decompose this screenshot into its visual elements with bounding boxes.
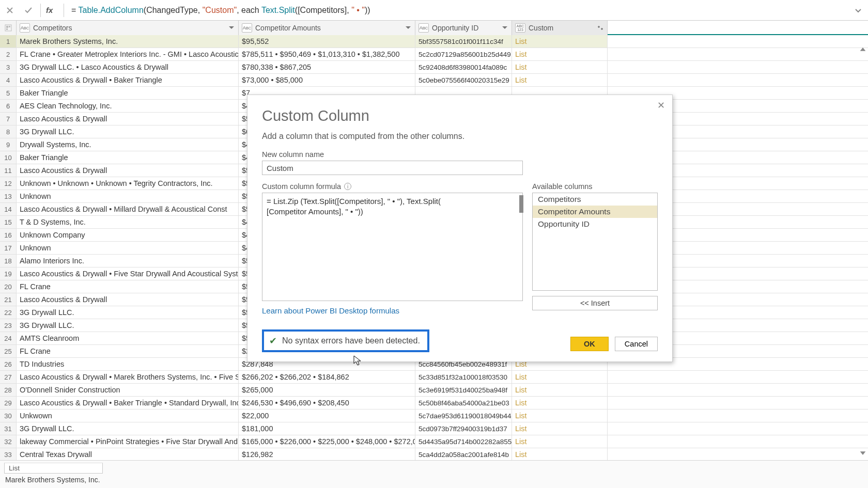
select-all-corner[interactable] — [0, 21, 17, 35]
row-number[interactable]: 28 — [0, 384, 17, 396]
row-number[interactable]: 24 — [0, 332, 17, 344]
fx-icon[interactable]: fx — [46, 6, 58, 14]
cell-amounts[interactable]: $181,000 — [239, 422, 415, 435]
cell-competitors[interactable]: 3G Drywall LLC. — [17, 422, 239, 435]
cell-opportunity-id[interactable]: 5c0ebe075566f40020315e29 — [415, 74, 512, 86]
filter-dropdown-icon[interactable] — [500, 23, 509, 33]
cell-amounts[interactable]: $73,000 • $85,000 — [239, 74, 415, 86]
row-number[interactable]: 6 — [0, 100, 17, 112]
cell-competitors[interactable]: Unknown • Unknown • Unknown • Tegrity Co… — [17, 177, 239, 190]
available-column-item[interactable]: Competitor Amounts — [533, 206, 657, 218]
cell-competitors[interactable]: Baker Triangle — [17, 87, 239, 99]
cell-competitors[interactable]: Marek Brothers Systems, Inc. — [17, 35, 239, 48]
table-row[interactable]: 29Lasco Acoustics & Drywall • Baker Tria… — [0, 397, 868, 410]
cell-custom[interactable]: List — [512, 371, 608, 383]
cell-competitors[interactable]: FL Crane — [17, 280, 239, 293]
formula-accept-icon[interactable] — [22, 4, 35, 17]
table-row[interactable]: 28O'Donnell Snider Construction$265,0005… — [0, 384, 868, 397]
new-column-name-input[interactable] — [262, 161, 523, 175]
cell-custom[interactable]: List — [512, 410, 608, 422]
column-header-competitor-amounts[interactable]: ABC Competitor Amounts — [239, 21, 415, 35]
row-number[interactable]: 23 — [0, 319, 17, 332]
close-icon[interactable]: ✕ — [655, 99, 667, 112]
cell-opportunity-id[interactable]: 5c92408d6f83980014fa089c — [415, 61, 512, 73]
table-row[interactable]: 4Lasco Acoustics & Drywall • Baker Trian… — [0, 74, 868, 87]
cell-competitors[interactable]: Lasco Acoustics & Drywall • Marek Brothe… — [17, 371, 239, 383]
cell-amounts[interactable]: $165,000 • $226,000 • $225,000 • $248,00… — [239, 435, 415, 448]
cell-competitors[interactable]: Lasco Acoustics & Drywall • Baker Triang… — [17, 74, 239, 86]
table-row[interactable]: 1Marek Brothers Systems, Inc.$95,5525bf3… — [0, 35, 868, 48]
row-number[interactable]: 9 — [0, 138, 17, 151]
cell-competitors[interactable]: AES Clean Technology, Inc. — [17, 100, 239, 112]
cell-competitors[interactable]: 3G Drywall LLC. — [17, 319, 239, 332]
cell-amounts[interactable]: $246,530 • $496,690 • $208,450 — [239, 397, 415, 409]
cell-opportunity-id[interactable]: 5c7dae953d61190018049b44 — [415, 410, 512, 422]
row-number[interactable]: 18 — [0, 255, 17, 267]
row-number[interactable]: 20 — [0, 280, 17, 293]
row-number[interactable]: 26 — [0, 358, 17, 370]
row-number[interactable]: 30 — [0, 410, 17, 422]
cell-opportunity-id[interactable]: 5c3e6919f531d40025ba948f — [415, 384, 512, 396]
row-number[interactable]: 19 — [0, 267, 17, 280]
cell-opportunity-id[interactable]: 5bf3557581c01f001f11c34f — [415, 35, 512, 48]
cell-competitors[interactable]: Lasco Acoustics & Drywall • Millard Dryw… — [17, 203, 239, 215]
table-row[interactable]: 30Unkwown$22,0005c7dae953d61190018049b44… — [0, 410, 868, 422]
row-number[interactable]: 31 — [0, 422, 17, 435]
cell-opportunity-id[interactable]: 5c50b8f46aba54000a21be03 — [415, 397, 512, 409]
table-row[interactable]: 313G Drywall LLC.$181,0005cd0973b7ff2940… — [0, 422, 868, 435]
cell-competitors[interactable]: Unknown — [17, 242, 239, 254]
column-header-competitors[interactable]: ABC Competitors — [17, 21, 239, 35]
cell-competitors[interactable]: Lasco Acoustics & Drywall — [17, 164, 239, 177]
cell-competitors[interactable]: TD Industries — [17, 358, 239, 370]
row-number[interactable]: 27 — [0, 371, 17, 383]
column-header-custom[interactable]: ABC123 Custom — [512, 21, 608, 35]
cell-custom[interactable]: List — [512, 448, 608, 461]
cell-opportunity-id[interactable]: 5ca4dd2a058ac2001afe814b — [415, 448, 512, 461]
row-number[interactable]: 15 — [0, 216, 17, 228]
cell-custom[interactable]: List — [512, 384, 608, 396]
row-number[interactable]: 11 — [0, 164, 17, 177]
row-number[interactable]: 29 — [0, 397, 17, 409]
row-number[interactable]: 17 — [0, 242, 17, 254]
table-row[interactable]: 27Lasco Acoustics & Drywall • Marek Brot… — [0, 371, 868, 384]
cancel-button[interactable]: Cancel — [615, 337, 658, 351]
row-number[interactable]: 12 — [0, 177, 17, 190]
cell-competitors[interactable]: lakeway Commercial • PinPoint Strategies… — [17, 435, 239, 448]
info-icon[interactable]: i — [344, 183, 351, 190]
row-number[interactable]: 14 — [0, 203, 17, 215]
row-number[interactable]: 33 — [0, 448, 17, 461]
cell-amounts[interactable]: $266,202 • $266,202 • $184,862 — [239, 371, 415, 383]
cell-custom[interactable]: List — [512, 35, 608, 48]
formula-expand-icon[interactable] — [851, 8, 865, 13]
row-number[interactable]: 2 — [0, 48, 17, 60]
cell-competitors[interactable]: 3G Drywall LLC. — [17, 306, 239, 319]
row-number[interactable]: 13 — [0, 190, 17, 202]
insert-button[interactable]: << Insert — [532, 296, 658, 310]
table-row[interactable]: 33Central Texas Drywall$126,9825ca4dd2a0… — [0, 448, 868, 461]
cell-custom[interactable]: List — [512, 48, 608, 60]
cell-competitors[interactable]: AMTS Cleanroom — [17, 332, 239, 344]
cell-competitors[interactable]: Lasco Acoustics & Drywall — [17, 293, 239, 306]
cell-competitors[interactable]: T & D Systems, Inc. — [17, 216, 239, 228]
cell-competitors[interactable]: Alamo Interiors Inc. — [17, 255, 239, 267]
table-row[interactable]: 33G Drywall LLC. • Lasco Acoustics & Dry… — [0, 61, 868, 74]
cell-amounts[interactable]: $22,000 — [239, 410, 415, 422]
cell-competitors[interactable]: Unkwown — [17, 410, 239, 422]
formula-cancel-icon[interactable] — [3, 4, 17, 17]
cell-competitors[interactable]: 3G Drywall LLC. • Lasco Acoustics & Dryw… — [17, 61, 239, 73]
row-number[interactable]: 3 — [0, 61, 17, 73]
row-number[interactable]: 16 — [0, 229, 17, 241]
cell-competitors[interactable]: O'Donnell Snider Construction — [17, 384, 239, 396]
available-columns-list[interactable]: Competitors Competitor Amounts Opportuni… — [532, 193, 658, 291]
row-number[interactable]: 25 — [0, 345, 17, 357]
row-number[interactable]: 5 — [0, 87, 17, 99]
cell-competitors[interactable]: Lasco Acoustics & Drywall • Five Star Dr… — [17, 267, 239, 280]
available-column-item[interactable]: Competitors — [533, 193, 657, 206]
formula-text[interactable]: = Table.AddColumn(ChangedType, "Custom",… — [69, 5, 846, 15]
column-header-opportunity-id[interactable]: ABC Opportunity ID — [415, 21, 512, 35]
cell-custom[interactable]: List — [512, 422, 608, 435]
cell-opportunity-id[interactable]: 5cd0973b7ff29400319b1d37 — [415, 422, 512, 435]
cell-amounts[interactable]: $265,000 — [239, 384, 415, 396]
cell-competitors[interactable]: FL Crane — [17, 345, 239, 357]
cell-competitors[interactable]: Unknown Company — [17, 229, 239, 241]
